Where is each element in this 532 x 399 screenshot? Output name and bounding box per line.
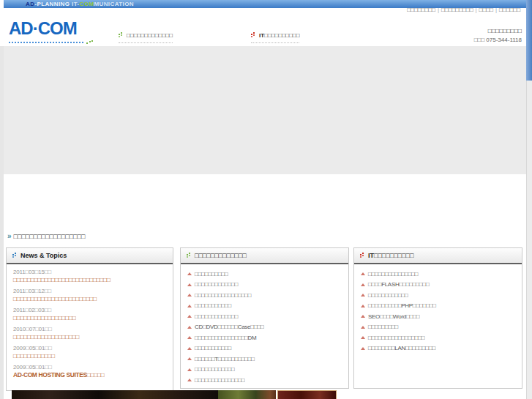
list-item-link[interactable]: □□□□□□□□LAN□□□□□□□□□ — [368, 345, 435, 351]
triangle-bullet-icon — [361, 272, 365, 275]
it-solutions-header: IT□□□□□□□□□□ — [354, 248, 522, 264]
separator: | — [495, 7, 497, 13]
contact-phone: □□□ 075-344-1118 — [474, 37, 522, 43]
topbar-brand-segment: -PLANNING — [34, 1, 72, 7]
utility-link[interactable]: □□□□□□□□ — [407, 7, 435, 13]
list-item[interactable]: □□□□□□□□□□PHP□□□□□□□ — [361, 301, 515, 312]
news-item-date: 2009□05□01□□ — [13, 345, 166, 351]
topbar-brand-segment: IT- — [72, 1, 80, 7]
scrollbar-track[interactable] — [526, 0, 532, 399]
news-item-date: 2011□03□15□□ — [13, 269, 166, 275]
nav-item-design[interactable]: □□□□□□□□□□□□□ — [119, 32, 173, 43]
it-solutions-title: IT□□□□□□□□□□ — [368, 252, 413, 259]
left-margin-strip — [0, 46, 4, 399]
triangle-bullet-icon — [187, 347, 192, 350]
news-item: 2011□02□03□□ □□□□□□□□□□□□□□□□□□ — [13, 307, 166, 321]
news-item-date: 2011□03□12□□ — [13, 288, 166, 294]
logo-dotted-line — [9, 42, 85, 43]
scrollbar-thumb[interactable] — [526, 0, 532, 81]
list-item-link[interactable]: □□□□□□□□□□□□□□□□□ — [195, 292, 251, 299]
list-item-link[interactable]: □□□□□□T□□□□□□□□□□□ — [195, 356, 255, 362]
list-item-link[interactable]: □□□□□□□□□□□□ — [368, 292, 408, 299]
list-item[interactable]: □□□□□□□□□□□ — [187, 301, 342, 312]
list-item-link[interactable]: □□□□□□□□□□□□ — [195, 366, 234, 373]
list-item[interactable]: CD□DVD□□□□□□Case□□□□ — [187, 322, 342, 333]
news-item: 2009□05□01□□ AD-COM HOSTING SUITES□□□□□ — [13, 364, 166, 379]
headline-text: □□□□□□□□□□□□□□□□□□ — [14, 233, 86, 240]
news-item-link[interactable]: □□□□□□□□□□□□□□□□□□□□□□□□□□□□ — [13, 276, 166, 283]
list-item[interactable]: □□□□□□□□□□□□□□□□□ — [187, 290, 342, 301]
list-item[interactable]: □□□□□□□□LAN□□□□□□□□□ — [361, 343, 515, 354]
news-item: 2011□03□12□□ □□□□□□□□□□□□□□□□□□□□□□□□ — [13, 288, 166, 302]
list-item[interactable]: □□□□□□□□□ — [361, 322, 515, 333]
triangle-bullet-icon — [361, 315, 365, 318]
list-item[interactable]: □□□□□□□□□□□□□□□ — [361, 269, 515, 280]
news-topics-title: News & Topics — [20, 252, 67, 259]
news-item-link[interactable]: □□□□□□□□□□□□□□□□□□ — [13, 314, 166, 321]
triangle-bullet-icon — [187, 357, 192, 360]
news-topics-box: News & Topics 2011□03□15□□ □□□□□□□□□□□□□… — [6, 247, 173, 391]
list-item-link[interactable]: □□□□□□□□□□□□□□□□□ — [368, 335, 424, 341]
utility-link[interactable]: □□□□□□□□□ — [441, 7, 473, 13]
triangle-bullet-icon — [187, 283, 192, 286]
news-item-link[interactable]: □□□□□□□□□□□□□□□□□□□□□□□□ — [13, 295, 166, 302]
list-item[interactable]: □□□□□□□□□□□□□□□□□ — [361, 332, 515, 343]
list-item-link[interactable]: □□□□□□□□□□□ — [195, 345, 231, 351]
list-item-link[interactable]: □□□□□□□□□□□□□ — [195, 281, 238, 288]
triangle-bullet-icon — [361, 283, 365, 286]
utility-links: □□□□□□□□|□□□□□□□□□|□□□□|□□□□□□ — [407, 7, 520, 13]
list-item[interactable]: SEO□□□□Word□□□□ — [361, 311, 515, 322]
list-item-link[interactable]: □□□□□□□□□□ — [195, 271, 228, 277]
list-item-link[interactable]: □□□□□□□□□□□□□ — [195, 313, 238, 320]
triangle-bullet-icon — [361, 305, 365, 307]
news-topics-header: News & Topics — [7, 248, 173, 264]
list-item-link[interactable]: □□□□□□□□□ — [368, 324, 398, 330]
list-item[interactable]: □□□□□□□□□□ — [187, 269, 342, 280]
list-item-link[interactable]: CD□DVD□□□□□□Case□□□□ — [195, 324, 263, 330]
news-item-link[interactable]: □□□□□□□□□□□□ — [13, 352, 166, 359]
list-item[interactable]: □□□□FLASH□□□□□□□□□ — [361, 280, 515, 291]
news-item: 2011□03□15□□ □□□□□□□□□□□□□□□□□□□□□□□□□□□… — [13, 269, 166, 283]
utility-link[interactable]: □□□□□□ — [499, 7, 520, 13]
news-item-link[interactable]: □□□□□□□□□□□□□□□□□□□ — [13, 333, 166, 340]
logo[interactable]: AD·COM — [9, 20, 77, 37]
list-item[interactable]: □□□□□□□□□□□□ — [187, 365, 342, 376]
list-item-link[interactable]: SEO□□□□Word□□□□ — [368, 313, 419, 320]
list-item[interactable]: □□□□□□□□□□□□ — [361, 290, 515, 301]
list-item[interactable]: □□□□□□□□□□□□□□□□DM — [187, 332, 342, 343]
news-list: 2011□03□15□□ □□□□□□□□□□□□□□□□□□□□□□□□□□□… — [7, 264, 173, 379]
list-item[interactable]: □□□□□□□□□□□□□ — [187, 311, 342, 322]
separator: | — [438, 7, 439, 13]
list-item-link[interactable]: □□□□□□□□□□□□□□□ — [368, 271, 418, 277]
list-item-link[interactable]: □□□□FLASH□□□□□□□□□ — [368, 281, 429, 288]
list-item-link[interactable]: □□□□□□□□□□□□□□□□DM — [195, 335, 256, 341]
triangle-bullet-icon — [187, 336, 192, 339]
footer-photo-framed — [277, 390, 337, 399]
double-arrow-icon: » — [7, 232, 12, 240]
news-item-date: 2011□02□03□□ — [13, 307, 166, 313]
contact-title: □□□□□□□□□ — [474, 27, 522, 34]
list-item-link[interactable]: □□□□□□□□□□□□□□□ — [195, 377, 244, 384]
triangle-bullet-icon — [187, 315, 192, 318]
triangle-bullet-icon — [361, 347, 365, 350]
it-solutions-box: IT□□□□□□□□□□ □□□□□□□□□□□□□□□ □□□□FLASH□□… — [353, 247, 522, 389]
page-headline: »□□□□□□□□□□□□□□□□□□ — [7, 232, 85, 240]
utility-link[interactable]: □□□□ — [479, 7, 493, 13]
list-item[interactable]: □□□□□□□□□□□□□ — [187, 280, 342, 291]
nav-item-label: □□□□□□□□□□□□□ — [127, 32, 173, 39]
list-item[interactable]: □□□□□□□□□□□□□□□ — [187, 375, 342, 386]
triangle-bullet-icon — [361, 326, 365, 329]
list-item[interactable]: □□□□□□T□□□□□□□□□□□ — [187, 354, 342, 365]
list-item[interactable]: □□□□□□□□□□□ — [187, 343, 342, 354]
design-services-box: □□□□□□□□□□□□□ □□□□□□□□□□ □□□□□□□□□□□□□ □… — [180, 247, 349, 389]
list-item-link[interactable]: □□□□□□□□□□□ — [195, 302, 231, 309]
contact-block: □□□□□□□□□ □□□ 075-344-1118 — [474, 27, 522, 43]
page: AD-PLANNING IT-COMMUNICATION □□□□□□□□|□□… — [0, 0, 532, 399]
news-item-link[interactable]: AD-COM HOSTING SUITES□□□□□ — [13, 371, 166, 379]
news-item: 2009□05□01□□ □□□□□□□□□□□□ — [13, 345, 166, 359]
nav-item-it[interactable]: IT□□□□□□□□□□ — [251, 32, 299, 43]
list-item-link[interactable]: □□□□□□□□□□PHP□□□□□□□ — [368, 302, 436, 309]
blue-dots-icon — [12, 253, 18, 258]
it-solutions-list: □□□□□□□□□□□□□□□ □□□□FLASH□□□□□□□□□ □□□□□… — [354, 264, 522, 354]
topbar-brand-segment: AD — [26, 1, 34, 7]
